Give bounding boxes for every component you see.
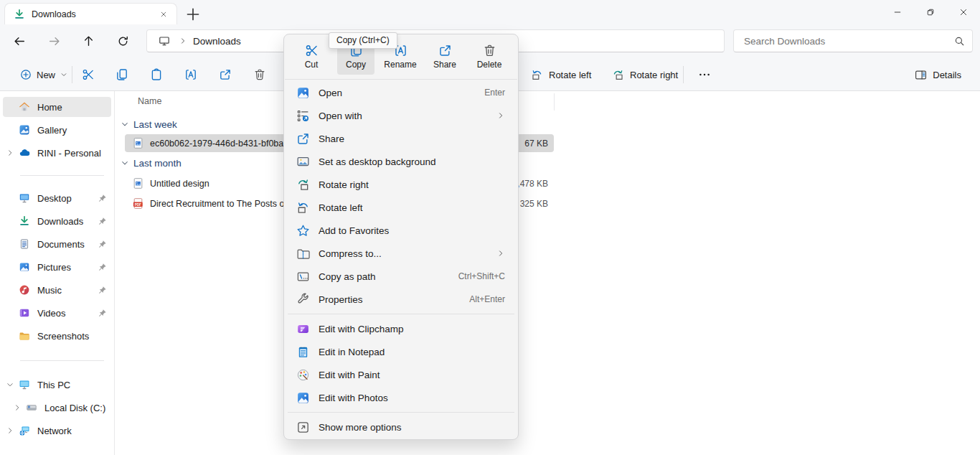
new-tab-button[interactable] xyxy=(185,6,201,22)
menu-item-edit-with-paint[interactable]: Edit with Paint xyxy=(287,363,515,386)
context-menu-quick-actions: Cut Copy Rename Share Delete xyxy=(284,34,518,79)
menu-item-open-with[interactable]: Open with xyxy=(287,104,515,127)
search-icon[interactable] xyxy=(954,36,965,47)
paste-button[interactable] xyxy=(145,63,168,86)
rename-button[interactable] xyxy=(179,63,202,86)
trash-icon xyxy=(483,44,496,57)
refresh-button[interactable] xyxy=(111,29,134,52)
sidebar-item-music[interactable]: Music xyxy=(3,280,111,300)
tab-close-icon[interactable] xyxy=(156,7,171,22)
copy-button[interactable] xyxy=(110,63,133,86)
wrench-icon xyxy=(296,293,310,306)
sidebar-item-network[interactable]: Network xyxy=(3,421,111,441)
title-bar: Downloads xyxy=(0,0,980,24)
chevron-down-icon[interactable] xyxy=(6,380,14,389)
desktop-icon xyxy=(19,192,30,204)
downloads-icon xyxy=(19,215,30,227)
desktop-background-icon xyxy=(296,155,310,169)
sidebar-item-videos[interactable]: Videos xyxy=(3,303,111,323)
cut-button[interactable] xyxy=(77,63,100,86)
network-icon xyxy=(19,425,30,436)
file-list: Name Last week ec60b062-1979-446d-b431-b… xyxy=(115,91,980,455)
menu-item-rotate-left[interactable]: Rotate left xyxy=(287,196,515,219)
details-label: Details xyxy=(933,70,961,80)
sidebar-divider xyxy=(20,360,104,361)
menu-divider xyxy=(288,314,514,314)
sidebar-item-home[interactable]: Home xyxy=(3,97,111,117)
sidebar-item-screenshots[interactable]: Screenshots xyxy=(3,326,111,346)
menu-item-edit-in-notepad[interactable]: Edit in Notepad xyxy=(287,340,515,363)
pin-icon xyxy=(98,194,107,203)
search-input[interactable] xyxy=(744,36,954,47)
svg-text:PDF: PDF xyxy=(135,203,141,207)
menu-item-properties[interactable]: Properties Alt+Enter xyxy=(287,288,515,311)
share-menu-button[interactable]: Share xyxy=(426,39,463,75)
onedrive-cloud-icon xyxy=(19,147,30,159)
chevron-right-icon[interactable] xyxy=(6,149,14,157)
clipchamp-icon xyxy=(296,322,310,336)
sidebar-item-desktop[interactable]: Desktop xyxy=(3,188,111,208)
menu-item-show-more-options[interactable]: Show more options xyxy=(287,416,515,438)
pdf-file-icon: PDF xyxy=(132,197,144,210)
sidebar-item-gallery[interactable]: Gallery xyxy=(3,120,111,140)
menu-item-compress-to[interactable]: Compress to... xyxy=(287,242,515,265)
chevron-right-icon xyxy=(179,37,187,45)
rotate-left-button[interactable]: Rotate left xyxy=(525,63,597,86)
back-button[interactable] xyxy=(8,29,31,52)
rotate-left-label: Rotate left xyxy=(549,70,591,80)
chevron-down-icon xyxy=(60,71,67,78)
menu-item-rotate-right[interactable]: Rotate right xyxy=(287,173,515,196)
gallery-icon xyxy=(19,124,30,136)
image-file-icon xyxy=(132,137,144,149)
menu-item-share[interactable]: Share xyxy=(287,127,515,150)
menu-item-edit-with-photos[interactable]: Edit with Photos xyxy=(287,386,515,409)
menu-item-edit-with-clipchamp[interactable]: Edit with Clipchamp xyxy=(287,317,515,340)
pin-icon xyxy=(98,286,107,295)
rotate-right-icon xyxy=(296,178,310,192)
share-button[interactable] xyxy=(214,63,237,86)
sidebar-item-onedrive[interactable]: RINI - Personal xyxy=(3,143,111,163)
up-button[interactable] xyxy=(77,29,100,52)
details-pane-icon xyxy=(915,69,927,81)
menu-item-add-to-favorites[interactable]: Add to Favorites xyxy=(287,219,515,242)
rotate-right-icon xyxy=(612,69,624,81)
scissors-icon xyxy=(305,44,319,57)
group-header-last-month[interactable]: Last month xyxy=(115,156,980,170)
search-box[interactable] xyxy=(733,29,973,52)
sidebar-item-this-pc[interactable]: This PC xyxy=(3,375,111,395)
cut-menu-button[interactable]: Cut xyxy=(293,39,330,75)
pin-icon xyxy=(98,309,107,318)
chevron-right-icon[interactable] xyxy=(13,403,22,412)
new-button[interactable]: New xyxy=(14,63,73,86)
pin-icon xyxy=(98,217,107,226)
delete-menu-button[interactable]: Delete xyxy=(471,39,508,75)
new-button-label: New xyxy=(37,70,55,80)
restore-button[interactable] xyxy=(914,0,947,24)
rotate-right-button[interactable]: Rotate right xyxy=(606,63,684,86)
see-more-button[interactable] xyxy=(693,63,716,86)
minimize-button[interactable] xyxy=(881,0,914,24)
forward-button[interactable] xyxy=(42,29,65,52)
menu-item-copy-as-path[interactable]: Copy as path Ctrl+Shift+C xyxy=(287,265,515,288)
menu-item-open[interactable]: Open Enter xyxy=(287,81,515,104)
rotate-left-icon xyxy=(531,69,543,81)
chevron-right-icon[interactable] xyxy=(6,426,14,435)
delete-button[interactable] xyxy=(248,63,271,86)
explorer-tab[interactable]: Downloads xyxy=(4,3,177,24)
close-button[interactable] xyxy=(947,0,980,24)
breadcrumb[interactable]: Downloads xyxy=(193,36,241,47)
sidebar-item-local-disk-c[interactable]: Local Disk (C:) xyxy=(3,398,111,418)
details-toggle-button[interactable]: Details xyxy=(909,63,967,86)
share-icon xyxy=(296,132,310,146)
zip-folder-icon xyxy=(296,247,310,261)
rotate-left-icon xyxy=(296,201,310,215)
sidebar-item-documents[interactable]: Documents xyxy=(3,234,111,254)
local-disk-icon xyxy=(26,402,37,413)
menu-item-set-as-desktop-background[interactable]: Set as desktop background xyxy=(287,150,515,173)
column-header-name[interactable]: Name xyxy=(138,96,161,106)
circle-plus-icon xyxy=(20,69,32,80)
group-header-last-week[interactable]: Last week xyxy=(115,117,980,131)
sidebar-item-pictures[interactable]: Pictures xyxy=(3,257,111,277)
column-divider[interactable] xyxy=(554,93,555,111)
sidebar-item-downloads[interactable]: Downloads xyxy=(3,211,111,231)
